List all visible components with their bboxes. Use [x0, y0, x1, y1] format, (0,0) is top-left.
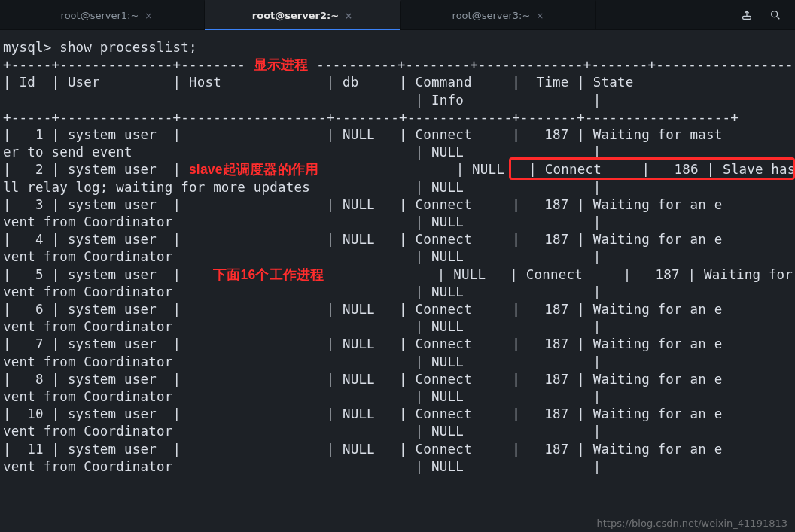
tab-server2[interactable]: root@server2:~ ×: [205, 0, 401, 29]
process-row: | 5 | system user | 下面16个工作进程 | NULL | C…: [3, 267, 795, 282]
process-row: | 6 | system user | | NULL | Connect | 1…: [3, 302, 723, 317]
search-icon[interactable]: [766, 6, 784, 24]
process-row: | 10 | system user | | NULL | Connect | …: [3, 406, 723, 421]
tab-label: root@server2:~: [252, 10, 339, 21]
process-row: | 7 | system user | | NULL | Connect | 1…: [3, 336, 723, 351]
process-row: | 1 | system user | | NULL | Connect | 1…: [3, 127, 723, 142]
process-row: | 4 | system user | | NULL | Connect | 1…: [3, 232, 723, 247]
svg-rect-0: [743, 16, 751, 19]
tab-server1[interactable]: root@server1:~ ×: [9, 0, 205, 29]
close-icon[interactable]: ×: [345, 11, 352, 21]
process-row: | 11 | system user | | NULL | Connect | …: [3, 442, 723, 457]
toolbar: [727, 0, 795, 29]
upload-icon[interactable]: [738, 6, 756, 24]
tab-label: root@server3:~: [452, 10, 531, 21]
close-icon[interactable]: ×: [145, 11, 152, 21]
svg-point-1: [772, 11, 778, 17]
process-row: | 2 | system user | slave起调度器的作用 | NULL …: [3, 162, 795, 177]
tab-bar: root@server1:~ × root@server2:~ × root@s…: [0, 0, 795, 30]
terminal-output[interactable]: mysql> show processlist; +-----+--------…: [0, 30, 795, 479]
process-row: | 8 | system user | | NULL | Connect | 1…: [3, 372, 723, 387]
tab-server3[interactable]: root@server3:~ ×: [401, 0, 596, 29]
tab-label: root@server1:~: [61, 10, 139, 21]
watermark: https://blog.csdn.net/weixin_41191813: [596, 518, 787, 529]
process-row: | 3 | system user | | NULL | Connect | 1…: [3, 197, 723, 212]
close-icon[interactable]: ×: [536, 11, 544, 21]
